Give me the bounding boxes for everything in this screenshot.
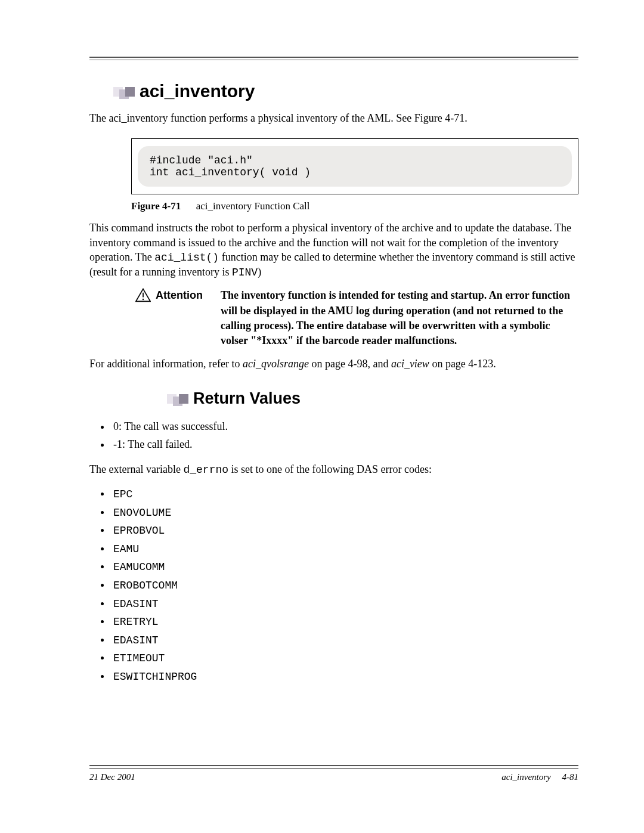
svg-point-2: [143, 299, 144, 300]
section-heading: aci_inventory: [113, 81, 578, 101]
list-item: ENOVOLUME: [111, 504, 578, 522]
attention-label-wrap: Attention: [89, 288, 221, 302]
errno-code: d_errno: [183, 464, 228, 476]
crossref-text-2: on page 4-98, and: [309, 358, 391, 370]
attention-body: The inventory function is intended for t…: [221, 288, 578, 348]
desc-code-2: PINV: [232, 267, 258, 278]
description-paragraph: This command instructs the robot to perf…: [89, 221, 578, 280]
errno-paragraph: The external variable d_errno is set to …: [89, 462, 578, 477]
list-item: 0: The call was successful.: [111, 417, 578, 436]
list-item: EAMUCOMM: [111, 558, 578, 577]
code-figure-frame: #include "aci.h" int aci_inventory( void…: [131, 138, 578, 194]
error-codes-list: EPCENOVOLUMEEPROBVOLEAMUEAMUCOMMEROBOTCO…: [89, 485, 578, 686]
warning-triangle-icon: [135, 288, 151, 302]
heading-decor-icon: [113, 86, 135, 97]
code-block: #include "aci.h" int aci_inventory( void…: [138, 146, 572, 187]
footer-section: aci_inventory: [501, 772, 550, 782]
footer-date: 21 Dec 2001: [89, 772, 135, 782]
top-rule: [89, 57, 578, 60]
section-title-text: aci_inventory: [140, 81, 255, 101]
bottom-rule: [89, 765, 578, 769]
return-values-heading: Return Values: [167, 389, 578, 408]
crossref-em-2: aci_view: [391, 358, 429, 370]
figure-caption: Figure 4-71 aci_inventory Function Call: [131, 200, 578, 212]
list-item: ESWITCHINPROG: [111, 668, 578, 686]
crossref-text-3: on page 4-123.: [429, 358, 496, 370]
crossref-paragraph: For additional information, refer to aci…: [89, 357, 578, 371]
attention-block: Attention The inventory function is inte…: [89, 288, 578, 348]
list-item: -1: The call failed.: [111, 435, 578, 454]
list-item: EDASINT: [111, 595, 578, 614]
attention-label-text: Attention: [156, 289, 203, 302]
return-title-text: Return Values: [193, 389, 301, 408]
desc-text-3: ): [258, 266, 261, 278]
list-item: EDASINT: [111, 631, 578, 650]
heading-decor-icon: [167, 393, 188, 404]
return-values-list: 0: The call was successful.-1: The call …: [89, 417, 578, 454]
list-item: EAMU: [111, 540, 578, 559]
crossref-em-1: aci_qvolsrange: [243, 358, 309, 370]
footer-right: aci_inventory 4-81: [501, 772, 578, 782]
list-item: EPC: [111, 485, 578, 504]
desc-code-1: aci_list(): [154, 252, 219, 264]
list-item: EROBOTCOMM: [111, 577, 578, 595]
crossref-text-1: For additional information, refer to: [89, 358, 243, 370]
intro-paragraph: The aci_inventory function performs a ph…: [89, 111, 578, 125]
footer-page: 4-81: [562, 772, 579, 782]
page-footer: 21 Dec 2001 aci_inventory 4-81: [89, 772, 578, 782]
errno-text-2: is set to one of the following DAS error…: [228, 463, 432, 475]
list-item: ETIMEOUT: [111, 649, 578, 668]
errno-text-1: The external variable: [89, 463, 183, 475]
list-item: ERETRYL: [111, 613, 578, 631]
figure-label: Figure 4-71: [131, 200, 181, 212]
figure-caption-text: aci_inventory Function Call: [196, 200, 310, 212]
list-item: EPROBVOL: [111, 522, 578, 540]
